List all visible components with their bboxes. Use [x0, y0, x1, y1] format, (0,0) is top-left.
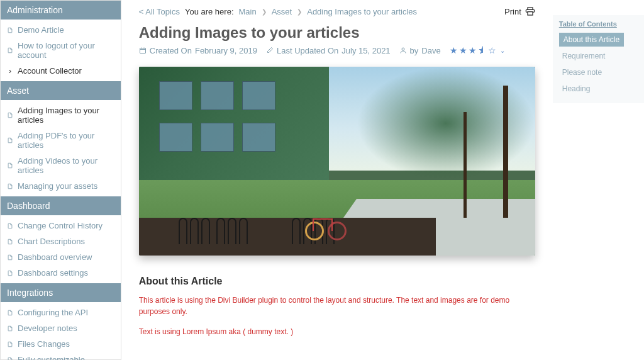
sidebar-item-label: Demo Article	[18, 25, 64, 35]
sidebar-item[interactable]: Files Changes	[1, 336, 121, 352]
file-icon	[7, 137, 13, 143]
sidebar-section-header[interactable]: Asset	[1, 81, 121, 100]
sidebar-nav: AdministrationDemo ArticleHow to logout …	[0, 0, 121, 360]
sidebar-item-label: How to logout of your account	[18, 41, 114, 60]
sidebar-section-header[interactable]: Integrations	[1, 283, 121, 302]
calendar-icon	[139, 47, 147, 54]
file-icon	[7, 239, 13, 245]
page-title: Adding Images to your articles	[139, 24, 535, 42]
all-topics-link[interactable]: < All Topics	[139, 7, 180, 16]
edit-icon	[266, 47, 274, 54]
sidebar-item[interactable]: Fully customizable	[1, 352, 121, 360]
sidebar-section-header[interactable]: Administration	[1, 1, 121, 20]
sidebar-item-label: Fully customizable	[18, 355, 85, 360]
sidebar-item-label: Managing your assets	[18, 181, 97, 191]
file-icon	[7, 310, 13, 316]
file-icon	[7, 270, 13, 276]
created-date: February 9, 2019	[195, 46, 257, 55]
file-icon	[7, 162, 13, 169]
about-p2: Text is using Lorem Ipsum aka ( dummy te…	[139, 326, 535, 337]
sidebar-item[interactable]: Demo Article	[1, 22, 121, 38]
created-label: Created On	[150, 46, 192, 55]
file-icon	[7, 47, 13, 53]
sidebar-item[interactable]: Configuring the API	[1, 305, 121, 320]
sidebar-item[interactable]: Adding Images to your articles	[1, 103, 121, 128]
sidebar-item[interactable]: Dashboard overview	[1, 249, 121, 265]
chevron-right-icon: ❯	[262, 8, 267, 15]
file-icon	[7, 341, 13, 347]
updated-date: July 15, 2021	[341, 46, 390, 55]
sidebar-item-label: Adding Images to your articles	[18, 106, 114, 125]
table-of-contents: Table of Contents About this ArticleRequ…	[553, 15, 644, 103]
sidebar-item-label: Adding Videos to your articles	[18, 156, 114, 175]
file-icon	[7, 27, 13, 33]
star-empty-icon: ☆	[488, 45, 496, 55]
star-icon: ★	[469, 45, 477, 55]
file-icon	[7, 254, 13, 261]
author-name: Dave	[421, 46, 440, 55]
updated-label: Last Updated On	[277, 46, 338, 55]
file-icon	[7, 325, 13, 332]
file-icon	[7, 357, 13, 361]
breadcrumb: < All Topics You are here: Main ❯ Asset …	[139, 7, 417, 16]
breadcrumb-asset[interactable]: Asset	[272, 7, 292, 16]
hero-image	[139, 67, 535, 256]
sidebar-item-label: Dashboard settings	[18, 268, 88, 278]
sidebar-item[interactable]: Change Control History	[1, 218, 121, 233]
file-icon	[7, 112, 13, 118]
sidebar-item-label: Account Collector	[18, 66, 82, 76]
chevron-right-icon: ›	[7, 68, 13, 74]
file-icon	[7, 183, 13, 189]
sidebar-item[interactable]: Chart Descriptions	[1, 233, 121, 249]
toc-item[interactable]: About this Article	[559, 33, 624, 47]
sidebar-item[interactable]: Adding PDF's to your articles	[1, 128, 121, 153]
svg-point-3	[402, 48, 404, 50]
toc-item[interactable]: Requirement	[559, 49, 638, 63]
svg-rect-2	[140, 48, 145, 53]
chevron-right-icon: ❯	[297, 8, 302, 15]
svg-rect-1	[528, 12, 533, 15]
sidebar-item[interactable]: Developer notes	[1, 320, 121, 336]
sidebar-item-label: Chart Descriptions	[18, 237, 85, 246]
breadcrumb-current[interactable]: Adding Images to your articles	[307, 7, 417, 16]
sidebar-item-label: Configuring the API	[18, 308, 88, 317]
chevron-down-icon[interactable]: ⌄	[500, 47, 505, 54]
sidebar-item[interactable]: Dashboard settings	[1, 265, 121, 281]
main-content: < All Topics You are here: Main ❯ Asset …	[121, 0, 553, 360]
sidebar-item[interactable]: ›Account Collector	[1, 63, 121, 79]
star-icon: ★	[459, 45, 467, 55]
sidebar-section-header[interactable]: Dashboard	[1, 196, 121, 215]
star-icon: ★	[450, 45, 458, 55]
article-meta: Created On February 9, 2019 Last Updated…	[139, 45, 535, 55]
rating-stars[interactable]: ★ ★ ★ ⯨ ☆ ⌄	[450, 45, 505, 55]
sidebar-item-label: Dashboard overview	[18, 252, 92, 262]
user-icon	[399, 47, 407, 54]
breadcrumb-main[interactable]: Main	[239, 7, 257, 16]
you-are-here-label: You are here:	[185, 7, 234, 16]
sidebar-item[interactable]: Adding Videos to your articles	[1, 153, 121, 178]
file-icon	[7, 223, 13, 229]
toc-item[interactable]: Please note	[559, 65, 638, 79]
sidebar-item-label: Files Changes	[18, 339, 70, 349]
print-button[interactable]: Print	[504, 6, 535, 16]
sidebar-item-label: Adding PDF's to your articles	[18, 131, 114, 150]
star-half-icon: ⯨	[478, 45, 487, 55]
toc-title: Table of Contents	[559, 20, 638, 28]
toc-item[interactable]: Heading	[559, 82, 638, 96]
about-p1: This article is using the Divi Builder p…	[139, 295, 535, 317]
sidebar-item-label: Developer notes	[18, 323, 77, 333]
print-label: Print	[504, 7, 521, 16]
about-heading: About this Article	[139, 276, 535, 287]
print-icon	[525, 6, 535, 16]
sidebar-item[interactable]: How to logout of your account	[1, 38, 121, 63]
by-label: by	[410, 46, 419, 55]
sidebar-item[interactable]: Managing your assets	[1, 178, 121, 194]
sidebar-item-label: Change Control History	[18, 221, 103, 230]
